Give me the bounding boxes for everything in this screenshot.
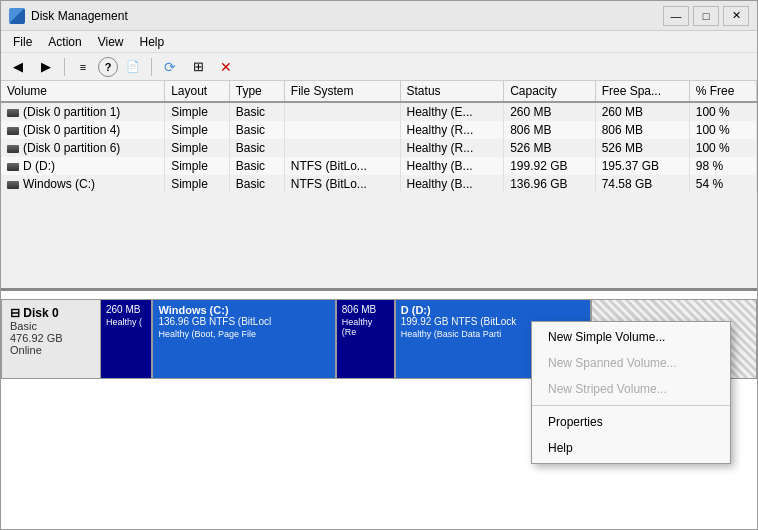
partition-0-1-size: 260 MB — [106, 304, 146, 315]
partition-0-4-name: D (D:) — [401, 304, 586, 316]
cell-capacity: 260 MB — [504, 102, 596, 121]
cell-volume: (Disk 0 partition 1) — [1, 102, 165, 121]
cell-layout: Simple — [165, 121, 230, 139]
cancel-button[interactable]: ✕ — [213, 55, 239, 79]
help-button[interactable]: ? — [98, 57, 118, 77]
cell-type: Basic — [229, 157, 284, 175]
cell-filesystem — [284, 102, 400, 121]
maximize-button[interactable]: □ — [693, 6, 719, 26]
refresh-button[interactable]: ⟳ — [157, 55, 183, 79]
col-header-pctfree[interactable]: % Free — [689, 81, 756, 102]
partition-0-2[interactable]: Windows (C:) 136.96 GB NTFS (BitLocl Hea… — [153, 300, 336, 378]
context-menu: New Simple Volume... New Spanned Volume.… — [531, 321, 731, 464]
cell-pctfree: 54 % — [689, 175, 756, 193]
back-button[interactable]: ◀ — [5, 55, 31, 79]
cell-pctfree: 100 % — [689, 102, 756, 121]
toolbar: ◀ ▶ ≡ ? 📄 ⟳ ⊞ ✕ — [1, 53, 757, 81]
cell-volume: D (D:) — [1, 157, 165, 175]
cell-status: Healthy (B... — [400, 157, 504, 175]
col-header-status[interactable]: Status — [400, 81, 504, 102]
col-header-layout[interactable]: Layout — [165, 81, 230, 102]
disk-size-0: 476.92 GB — [10, 332, 92, 344]
cell-layout: Simple — [165, 157, 230, 175]
disk-map-pane: ⊟ Disk 0 Basic 476.92 GB Online 260 MB H… — [1, 291, 757, 529]
window-title: Disk Management — [31, 9, 663, 23]
partition-0-3-size: 806 MB — [342, 304, 389, 315]
cell-capacity: 806 MB — [504, 121, 596, 139]
col-header-freespace[interactable]: Free Spa... — [595, 81, 689, 102]
cell-filesystem — [284, 121, 400, 139]
table-row[interactable]: D (D:) Simple Basic NTFS (BitLo... Healt… — [1, 157, 757, 175]
partition-0-1[interactable]: 260 MB Healthy ( — [101, 300, 153, 378]
cell-status: Healthy (E... — [400, 102, 504, 121]
app-icon — [9, 8, 25, 24]
cell-layout: Simple — [165, 102, 230, 121]
toolbar-sep-2 — [151, 58, 152, 76]
cell-type: Basic — [229, 121, 284, 139]
cell-status: Healthy (B... — [400, 175, 504, 193]
main-window: Disk Management — □ ✕ File Action View H… — [0, 0, 758, 530]
ctx-new-simple-volume[interactable]: New Simple Volume... — [532, 324, 730, 350]
menu-bar: File Action View Help — [1, 31, 757, 53]
partition-0-3[interactable]: 806 MB Healthy (Re — [337, 300, 396, 378]
cell-type: Basic — [229, 102, 284, 121]
table-row[interactable]: (Disk 0 partition 6) Simple Basic Health… — [1, 139, 757, 157]
menu-action[interactable]: Action — [40, 33, 89, 51]
title-bar: Disk Management — □ ✕ — [1, 1, 757, 31]
cell-capacity: 526 MB — [504, 139, 596, 157]
volume-list-pane: Volume Layout Type File System Status Ca… — [1, 81, 757, 291]
cell-freespace: 195.37 GB — [595, 157, 689, 175]
cell-capacity: 136.96 GB — [504, 175, 596, 193]
cell-layout: Simple — [165, 175, 230, 193]
partition-0-2-info: Healthy (Boot, Page File — [158, 329, 329, 339]
ctx-help[interactable]: Help — [532, 435, 730, 461]
cell-freespace: 74.58 GB — [595, 175, 689, 193]
properties-button[interactable]: 📄 — [120, 55, 146, 79]
cell-capacity: 199.92 GB — [504, 157, 596, 175]
disk-name-0: ⊟ Disk 0 — [10, 306, 92, 320]
menu-view[interactable]: View — [90, 33, 132, 51]
cell-pctfree: 100 % — [689, 139, 756, 157]
window-controls: — □ ✕ — [663, 6, 749, 26]
disk-type-0: Basic — [10, 320, 92, 332]
partition-0-2-size: 136.96 GB NTFS (BitLocl — [158, 316, 329, 327]
partition-0-3-info: Healthy (Re — [342, 317, 389, 337]
menu-file[interactable]: File — [5, 33, 40, 51]
ctx-separator — [532, 405, 730, 406]
cell-type: Basic — [229, 139, 284, 157]
forward-button[interactable]: ▶ — [33, 55, 59, 79]
col-header-capacity[interactable]: Capacity — [504, 81, 596, 102]
col-header-filesystem[interactable]: File System — [284, 81, 400, 102]
table-row[interactable]: (Disk 0 partition 4) Simple Basic Health… — [1, 121, 757, 139]
main-content: Volume Layout Type File System Status Ca… — [1, 81, 757, 529]
ctx-new-striped-volume: New Striped Volume... — [532, 376, 730, 402]
cell-filesystem: NTFS (BitLo... — [284, 157, 400, 175]
col-header-type[interactable]: Type — [229, 81, 284, 102]
cell-pctfree: 100 % — [689, 121, 756, 139]
cell-volume: Windows (C:) — [1, 175, 165, 193]
ctx-properties[interactable]: Properties — [532, 409, 730, 435]
table-row[interactable]: (Disk 0 partition 1) Simple Basic Health… — [1, 102, 757, 121]
volume-table: Volume Layout Type File System Status Ca… — [1, 81, 757, 193]
cell-freespace: 526 MB — [595, 139, 689, 157]
cell-freespace: 260 MB — [595, 102, 689, 121]
disk-status-0: Online — [10, 344, 92, 356]
cell-volume: (Disk 0 partition 6) — [1, 139, 165, 157]
cell-volume: (Disk 0 partition 4) — [1, 121, 165, 139]
cell-pctfree: 98 % — [689, 157, 756, 175]
cell-status: Healthy (R... — [400, 121, 504, 139]
cell-filesystem: NTFS (BitLo... — [284, 175, 400, 193]
partition-0-2-name: Windows (C:) — [158, 304, 329, 316]
list-view-button[interactable]: ≡ — [70, 55, 96, 79]
close-button[interactable]: ✕ — [723, 6, 749, 26]
toolbar-sep-1 — [64, 58, 65, 76]
partition-0-1-info: Healthy ( — [106, 317, 146, 327]
ctx-new-spanned-volume: New Spanned Volume... — [532, 350, 730, 376]
col-header-volume[interactable]: Volume — [1, 81, 165, 102]
menu-help[interactable]: Help — [132, 33, 173, 51]
table-row[interactable]: Windows (C:) Simple Basic NTFS (BitLo...… — [1, 175, 757, 193]
cell-freespace: 806 MB — [595, 121, 689, 139]
extend-button[interactable]: ⊞ — [185, 55, 211, 79]
cell-layout: Simple — [165, 139, 230, 157]
minimize-button[interactable]: — — [663, 6, 689, 26]
